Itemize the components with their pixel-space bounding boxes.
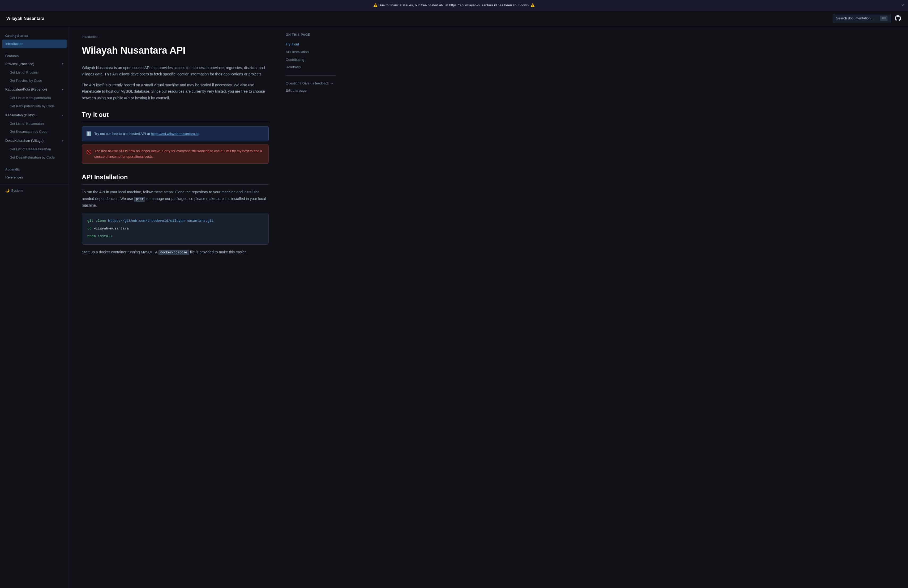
toc-item-roadmap[interactable]: Roadmap <box>286 63 336 71</box>
main-content: Introduction Wilayah Nusantara API Wilay… <box>69 26 282 588</box>
pnpm-inline-code: pnpm <box>134 197 145 201</box>
sidebar-group-desa: Desa/Kelurahan (Village) ▾ Get List of D… <box>0 137 69 161</box>
search-placeholder: Search documentation... <box>836 16 874 21</box>
sidebar-provinsi-toggle[interactable]: Provinsi (Province) ▾ <box>0 60 69 69</box>
warning-text: The free-to-use API is now no longer act… <box>94 148 264 159</box>
sidebar-item-get-desa-by-code[interactable]: Get Desa/Kelurahan by Code <box>0 153 69 162</box>
installation-paragraph: To run the API in your local machine, fo… <box>82 189 269 208</box>
right-sidebar: On This Page Try it out API Installation… <box>282 26 340 588</box>
sidebar-item-get-list-desa[interactable]: Get List of Desa/Kelurahan <box>0 145 69 153</box>
toc-title: On This Page <box>286 32 336 37</box>
warning-icon: 🚫 <box>86 149 92 156</box>
sidebar-item-get-kabupaten-by-code[interactable]: Get Kabupaten/Kota by Code <box>0 102 69 111</box>
page-title: Wilayah Nusantara API <box>82 43 269 58</box>
code-line-3: pnpm install <box>87 234 263 239</box>
sidebar-item-get-provinsi-by-code[interactable]: Get Provinsi by Code <box>0 77 69 85</box>
site-logo[interactable]: Wilayah Nusantara <box>6 15 44 22</box>
docker-compose-inline-code: docker-compose <box>158 250 189 255</box>
chevron-down-icon: ▾ <box>62 113 63 118</box>
sidebar-kabupaten-toggle[interactable]: Kabupaten/Kota (Regency) ▾ <box>0 85 69 94</box>
info-box-text: Try out our free-to-use hosted API at ht… <box>94 131 199 137</box>
moon-icon: 🌙 <box>5 188 10 193</box>
toc-item-contributing[interactable]: Contributing <box>286 56 336 64</box>
sidebar-bottom: 🌙 System <box>0 184 69 197</box>
sidebar-kecamatan-toggle[interactable]: Kecamatan (District) ▾ <box>0 111 69 120</box>
code-line-1: git clone https://github.com/theodevoid/… <box>87 218 263 224</box>
intro-paragraph-2: The API itself is currently hosted on a … <box>82 82 269 101</box>
appendix-section: Appendix <box>0 165 69 173</box>
code-line-2: cd wilayah-nusantara <box>87 226 263 232</box>
info-icon: ℹ️ <box>86 130 92 137</box>
header-right: Search documentation... ⌘K <box>832 14 902 23</box>
sidebar-group-kecamatan: Kecamatan (District) ▾ Get List of Kecam… <box>0 111 69 136</box>
header: Wilayah Nusantara Search documentation..… <box>0 11 908 26</box>
code-block-install: git clone https://github.com/theodevoid/… <box>82 213 269 245</box>
sidebar-group-provinsi: Provinsi (Province) ▾ Get List of Provin… <box>0 60 69 85</box>
toc-item-api-installation[interactable]: API Installation <box>286 48 336 56</box>
sidebar-item-get-kecamatan-by-code[interactable]: Get Kecamatan by Code <box>0 128 69 136</box>
top-banner: ⚠️ Due to financial issues, our free hos… <box>0 0 908 11</box>
sidebar: Getting Started Introduction Features Pr… <box>0 26 69 588</box>
main-layout: Getting Started Introduction Features Pr… <box>0 26 908 588</box>
intro-paragraph-1: Wilayah Nusantara is an open source API … <box>82 64 269 77</box>
edit-page-link[interactable]: Edit this page <box>286 87 336 94</box>
sidebar-item-get-list-provinsi[interactable]: Get List of Provinsi <box>0 69 69 77</box>
github-icon[interactable] <box>894 14 902 22</box>
info-box: ℹ️ Try out our free-to-use hosted API at… <box>82 126 269 141</box>
sidebar-item-get-list-kabupaten[interactable]: Get List of Kabupaten/Kota <box>0 94 69 102</box>
search-box[interactable]: Search documentation... ⌘K <box>832 14 891 23</box>
breadcrumb: Introduction <box>82 34 269 40</box>
theme-toggle-button[interactable]: 🌙 System <box>5 188 23 193</box>
features-section: Features <box>0 52 69 60</box>
getting-started-section: Getting Started <box>0 31 69 40</box>
chevron-down-icon: ▾ <box>62 139 63 143</box>
chevron-down-icon: ▾ <box>62 88 63 92</box>
warning-box: 🚫 The free-to-use API is now no longer a… <box>82 145 269 164</box>
docker-paragraph: Start up a docker container running MySQ… <box>82 249 269 256</box>
banner-close-button[interactable]: × <box>902 3 904 8</box>
api-link[interactable]: https://api.wilayah-nusantara.id <box>151 132 198 136</box>
api-installation-heading: API Installation <box>82 172 269 185</box>
sidebar-group-kabupaten: Kabupaten/Kota (Regency) ▾ Get List of K… <box>0 85 69 110</box>
feedback-link[interactable]: Question? Give us feedback → <box>286 80 336 87</box>
sidebar-item-introduction[interactable]: Introduction <box>2 40 67 48</box>
toc-item-try-it-out[interactable]: Try it out <box>286 40 336 48</box>
search-kbd: ⌘K <box>880 16 887 21</box>
chevron-down-icon: ▾ <box>62 62 63 66</box>
banner-message: ⚠️ Due to financial issues, our free hos… <box>373 3 535 8</box>
sidebar-item-references[interactable]: References <box>0 173 69 182</box>
sidebar-item-get-list-kecamatan[interactable]: Get List of Kecamatan <box>0 120 69 128</box>
try-it-out-heading: Try it out <box>82 110 269 122</box>
sidebar-desa-toggle[interactable]: Desa/Kelurahan (Village) ▾ <box>0 137 69 145</box>
